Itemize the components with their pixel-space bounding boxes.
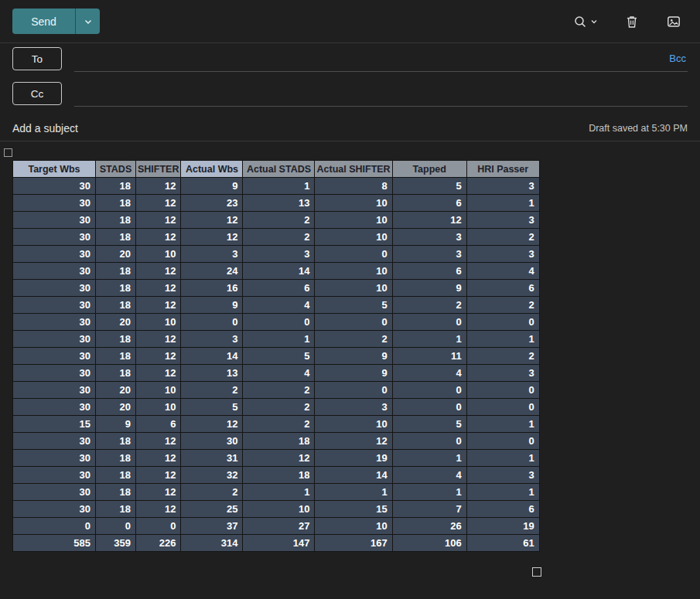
table-cell[interactable]: 16: [181, 280, 243, 297]
table-cell[interactable]: 0: [466, 399, 539, 416]
table-resize-handle[interactable]: [532, 567, 541, 577]
table-cell[interactable]: 12: [392, 212, 466, 229]
table-cell[interactable]: 2: [181, 484, 243, 501]
table-cell[interactable]: 12: [136, 297, 181, 314]
subject-input[interactable]: Add a subject: [12, 122, 589, 134]
table-cell[interactable]: 12: [136, 280, 181, 297]
table-cell[interactable]: 30: [13, 246, 96, 263]
table-cell[interactable]: 18: [96, 331, 136, 348]
table-cell[interactable]: 2: [392, 297, 466, 314]
table-cell[interactable]: 18: [96, 212, 136, 229]
table-cell[interactable]: 26: [392, 518, 466, 535]
send-button[interactable]: Send: [12, 9, 75, 34]
table-cell[interactable]: 9: [96, 416, 136, 433]
table-cell[interactable]: 14: [315, 467, 392, 484]
table-cell[interactable]: 20: [96, 399, 136, 416]
table-cell[interactable]: 0: [315, 246, 392, 263]
table-cell[interactable]: 4: [466, 263, 539, 280]
send-split-button[interactable]: Send: [12, 9, 100, 34]
table-cell[interactable]: 24: [181, 263, 243, 280]
table-cell[interactable]: 30: [13, 433, 96, 450]
bcc-link[interactable]: Bcc: [669, 53, 686, 64]
table-cell[interactable]: 20: [96, 382, 136, 399]
table-cell[interactable]: 3: [392, 229, 466, 246]
table-cell[interactable]: 1: [466, 331, 539, 348]
column-header-stads[interactable]: STADS: [96, 161, 136, 178]
table-cell[interactable]: 18: [96, 195, 136, 212]
table-cell[interactable]: 18: [96, 263, 136, 280]
table-cell[interactable]: 1: [466, 416, 539, 433]
table-cell[interactable]: 30: [13, 365, 96, 382]
table-cell[interactable]: 9: [181, 297, 243, 314]
table-cell[interactable]: 0: [96, 518, 136, 535]
table-cell[interactable]: 2: [243, 212, 315, 229]
table-cell[interactable]: 12: [136, 365, 181, 382]
table-cell[interactable]: 2: [243, 399, 315, 416]
table-cell[interactable]: 61: [466, 535, 539, 552]
table-cell[interactable]: 30: [181, 433, 243, 450]
message-body[interactable]: Target WbsSTADSSHIFTERActual WbsActual S…: [0, 141, 700, 599]
table-cell[interactable]: 30: [13, 467, 96, 484]
table-cell[interactable]: 4: [243, 297, 315, 314]
table-cell[interactable]: 0: [315, 314, 392, 331]
table-cell[interactable]: 12: [243, 450, 315, 467]
table-cell[interactable]: 14: [243, 263, 315, 280]
table-cell[interactable]: 5: [181, 399, 243, 416]
table-cell[interactable]: 13: [181, 365, 243, 382]
table-cell[interactable]: 15: [13, 416, 96, 433]
column-header-shifter[interactable]: SHIFTER: [136, 161, 181, 178]
table-cell[interactable]: 10: [315, 416, 392, 433]
table-cell[interactable]: 6: [466, 280, 539, 297]
table-cell[interactable]: 12: [136, 484, 181, 501]
table-cell[interactable]: 12: [136, 331, 181, 348]
table-cell[interactable]: 8: [315, 178, 392, 195]
table-cell[interactable]: 9: [315, 348, 392, 365]
table-cell[interactable]: 30: [13, 331, 96, 348]
table-cell[interactable]: 30: [13, 263, 96, 280]
table-cell[interactable]: 12: [181, 229, 243, 246]
table-cell[interactable]: 5: [392, 178, 466, 195]
table-cell[interactable]: 18: [96, 229, 136, 246]
table-cell[interactable]: 4: [392, 467, 466, 484]
table-cell[interactable]: 0: [392, 314, 466, 331]
table-cell[interactable]: 2: [243, 382, 315, 399]
table-cell[interactable]: 37: [181, 518, 243, 535]
table-cell[interactable]: 10: [315, 212, 392, 229]
column-header-hri-passer[interactable]: HRI Passer: [466, 161, 539, 178]
table-cell[interactable]: 30: [13, 178, 96, 195]
table-cell[interactable]: 3: [466, 212, 539, 229]
column-header-actual-wbs[interactable]: Actual Wbs: [181, 161, 243, 178]
table-cell[interactable]: 3: [466, 467, 539, 484]
table-cell[interactable]: 30: [13, 399, 96, 416]
table-cell[interactable]: 1: [466, 484, 539, 501]
table-cell[interactable]: 12: [136, 263, 181, 280]
media-button[interactable]: [663, 11, 685, 32]
table-cell[interactable]: 3: [181, 246, 243, 263]
table-cell[interactable]: 30: [13, 450, 96, 467]
table-cell[interactable]: 30: [13, 212, 96, 229]
table-cell[interactable]: 30: [13, 501, 96, 518]
table-cell[interactable]: 6: [243, 280, 315, 297]
table-cell[interactable]: 18: [96, 433, 136, 450]
table-cell[interactable]: 12: [136, 348, 181, 365]
zoom-button[interactable]: [569, 11, 601, 32]
table-cell[interactable]: 19: [466, 518, 539, 535]
table-cell[interactable]: 1: [315, 484, 392, 501]
table-cell[interactable]: 18: [96, 297, 136, 314]
table-cell[interactable]: 3: [315, 399, 392, 416]
table-cell[interactable]: 6: [392, 263, 466, 280]
table-cell[interactable]: 10: [136, 246, 181, 263]
table-cell[interactable]: 585: [13, 535, 96, 552]
table-cell[interactable]: 6: [392, 195, 466, 212]
table-cell[interactable]: 3: [466, 365, 539, 382]
table-cell[interactable]: 20: [96, 246, 136, 263]
cc-button[interactable]: Cc: [12, 82, 62, 105]
table-cell[interactable]: 30: [13, 314, 96, 331]
table-cell[interactable]: 0: [13, 518, 96, 535]
table-cell[interactable]: 12: [136, 178, 181, 195]
discard-draft-button[interactable]: [621, 11, 643, 32]
table-cell[interactable]: 12: [136, 467, 181, 484]
table-cell[interactable]: 18: [243, 433, 315, 450]
to-button[interactable]: To: [12, 47, 62, 70]
table-cell[interactable]: 18: [96, 467, 136, 484]
